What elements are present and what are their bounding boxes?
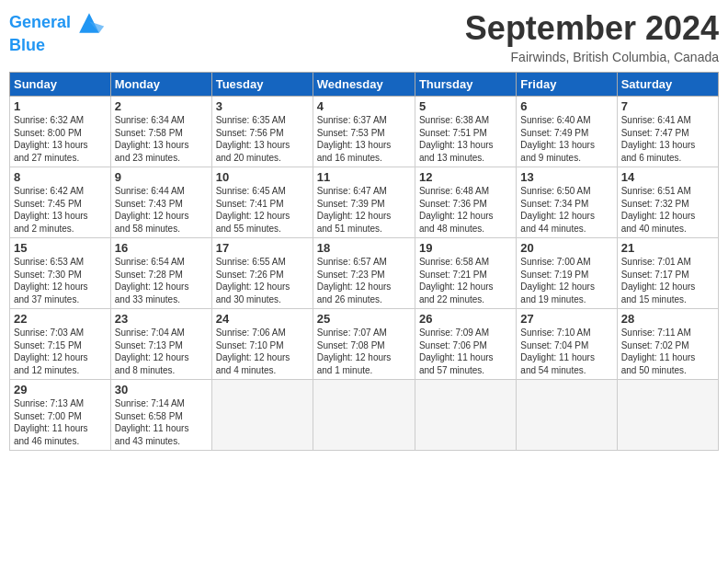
weekday-header-thursday: Thursday — [415, 73, 516, 97]
day-info: Sunrise: 7:04 AM Sunset: 7:13 PM Dayligh… — [115, 327, 208, 376]
day-number: 29 — [14, 383, 107, 396]
day-cell-15: 15Sunrise: 6:53 AM Sunset: 7:30 PM Dayli… — [10, 238, 111, 309]
day-number: 21 — [621, 241, 714, 255]
day-cell-24: 24Sunrise: 7:06 AM Sunset: 7:10 PM Dayli… — [211, 309, 313, 380]
day-cell-19: 19Sunrise: 6:58 AM Sunset: 7:21 PM Dayli… — [415, 238, 516, 309]
empty-cell — [517, 380, 617, 451]
day-info: Sunrise: 6:41 AM Sunset: 7:47 PM Dayligh… — [621, 114, 714, 164]
month-title: September 2024 — [465, 9, 719, 48]
title-block: September 2024 Fairwinds, British Columb… — [465, 9, 719, 64]
day-cell-7: 7Sunrise: 6:41 AM Sunset: 7:47 PM Daylig… — [617, 97, 718, 167]
logo-blue: Blue — [9, 37, 106, 55]
day-cell-2: 2Sunrise: 6:34 AM Sunset: 7:58 PM Daylig… — [110, 97, 211, 167]
calendar-table: SundayMondayTuesdayWednesdayThursdayFrid… — [9, 72, 719, 451]
empty-cell — [211, 380, 313, 451]
day-number: 25 — [317, 312, 411, 326]
day-number: 19 — [419, 241, 512, 255]
day-number: 20 — [520, 241, 612, 255]
day-cell-1: 1Sunrise: 6:32 AM Sunset: 8:00 PM Daylig… — [10, 97, 111, 167]
day-number: 17 — [216, 241, 309, 255]
day-cell-17: 17Sunrise: 6:55 AM Sunset: 7:26 PM Dayli… — [211, 238, 313, 309]
day-info: Sunrise: 6:42 AM Sunset: 7:45 PM Dayligh… — [14, 185, 107, 235]
day-number: 15 — [14, 241, 107, 255]
day-info: Sunrise: 7:03 AM Sunset: 7:15 PM Dayligh… — [14, 327, 107, 376]
day-info: Sunrise: 6:35 AM Sunset: 7:56 PM Dayligh… — [216, 114, 309, 164]
day-info: Sunrise: 6:38 AM Sunset: 7:51 PM Dayligh… — [419, 114, 512, 164]
day-cell-27: 27Sunrise: 7:10 AM Sunset: 7:04 PM Dayli… — [517, 309, 617, 380]
day-number: 7 — [621, 99, 714, 113]
day-info: Sunrise: 6:37 AM Sunset: 7:53 PM Dayligh… — [317, 114, 411, 164]
day-cell-22: 22Sunrise: 7:03 AM Sunset: 7:15 PM Dayli… — [10, 309, 111, 380]
day-info: Sunrise: 6:48 AM Sunset: 7:36 PM Dayligh… — [419, 185, 512, 235]
day-cell-25: 25Sunrise: 7:07 AM Sunset: 7:08 PM Dayli… — [313, 309, 415, 380]
calendar-week-5: 29Sunrise: 7:13 AM Sunset: 7:00 PM Dayli… — [10, 380, 719, 451]
calendar-week-4: 22Sunrise: 7:03 AM Sunset: 7:15 PM Dayli… — [10, 309, 719, 380]
empty-cell — [313, 380, 415, 451]
day-info: Sunrise: 6:40 AM Sunset: 7:49 PM Dayligh… — [520, 114, 612, 164]
empty-cell — [415, 380, 516, 451]
day-info: Sunrise: 6:54 AM Sunset: 7:28 PM Dayligh… — [115, 256, 208, 305]
day-number: 13 — [520, 170, 612, 184]
day-cell-29: 29Sunrise: 7:13 AM Sunset: 7:00 PM Dayli… — [10, 380, 111, 451]
day-number: 10 — [216, 170, 309, 184]
logo: General Blue — [9, 9, 106, 55]
day-number: 27 — [520, 312, 612, 326]
day-cell-13: 13Sunrise: 6:50 AM Sunset: 7:34 PM Dayli… — [517, 167, 617, 238]
day-number: 2 — [115, 99, 208, 113]
day-number: 22 — [14, 312, 107, 326]
weekday-header-saturday: Saturday — [617, 73, 718, 97]
day-number: 6 — [520, 99, 612, 113]
day-number: 18 — [317, 241, 411, 255]
day-cell-20: 20Sunrise: 7:00 AM Sunset: 7:19 PM Dayli… — [517, 238, 617, 309]
calendar-week-2: 8Sunrise: 6:42 AM Sunset: 7:45 PM Daylig… — [10, 167, 719, 238]
day-cell-16: 16Sunrise: 6:54 AM Sunset: 7:28 PM Dayli… — [110, 238, 211, 309]
day-cell-9: 9Sunrise: 6:44 AM Sunset: 7:43 PM Daylig… — [110, 167, 211, 238]
day-info: Sunrise: 6:53 AM Sunset: 7:30 PM Dayligh… — [14, 256, 107, 305]
day-info: Sunrise: 7:09 AM Sunset: 7:06 PM Dayligh… — [419, 327, 512, 376]
day-info: Sunrise: 7:07 AM Sunset: 7:08 PM Dayligh… — [317, 327, 411, 376]
day-cell-12: 12Sunrise: 6:48 AM Sunset: 7:36 PM Dayli… — [415, 167, 516, 238]
day-number: 28 — [621, 312, 714, 326]
day-cell-18: 18Sunrise: 6:57 AM Sunset: 7:23 PM Dayli… — [313, 238, 415, 309]
day-number: 14 — [621, 170, 714, 184]
logo-text: General — [9, 14, 71, 32]
day-info: Sunrise: 6:32 AM Sunset: 8:00 PM Dayligh… — [14, 114, 107, 164]
day-cell-30: 30Sunrise: 7:14 AM Sunset: 6:58 PM Dayli… — [110, 380, 211, 451]
day-cell-3: 3Sunrise: 6:35 AM Sunset: 7:56 PM Daylig… — [211, 97, 313, 167]
day-number: 30 — [115, 383, 208, 396]
day-info: Sunrise: 6:55 AM Sunset: 7:26 PM Dayligh… — [216, 256, 309, 305]
day-cell-4: 4Sunrise: 6:37 AM Sunset: 7:53 PM Daylig… — [313, 97, 415, 167]
day-cell-8: 8Sunrise: 6:42 AM Sunset: 7:45 PM Daylig… — [10, 167, 111, 238]
day-number: 4 — [317, 99, 411, 113]
calendar-week-1: 1Sunrise: 6:32 AM Sunset: 8:00 PM Daylig… — [10, 97, 719, 167]
day-number: 3 — [216, 99, 309, 113]
day-number: 9 — [115, 170, 208, 184]
day-cell-6: 6Sunrise: 6:40 AM Sunset: 7:49 PM Daylig… — [517, 97, 617, 167]
day-cell-23: 23Sunrise: 7:04 AM Sunset: 7:13 PM Dayli… — [110, 309, 211, 380]
day-cell-26: 26Sunrise: 7:09 AM Sunset: 7:06 PM Dayli… — [415, 309, 516, 380]
day-info: Sunrise: 7:01 AM Sunset: 7:17 PM Dayligh… — [621, 256, 714, 305]
day-info: Sunrise: 6:50 AM Sunset: 7:34 PM Dayligh… — [520, 185, 612, 235]
day-info: Sunrise: 7:06 AM Sunset: 7:10 PM Dayligh… — [216, 327, 309, 376]
day-number: 24 — [216, 312, 309, 326]
weekday-header-row: SundayMondayTuesdayWednesdayThursdayFrid… — [10, 73, 719, 97]
day-info: Sunrise: 7:10 AM Sunset: 7:04 PM Dayligh… — [520, 327, 612, 376]
day-number: 8 — [14, 170, 107, 184]
day-info: Sunrise: 6:34 AM Sunset: 7:58 PM Dayligh… — [115, 114, 208, 164]
day-cell-21: 21Sunrise: 7:01 AM Sunset: 7:17 PM Dayli… — [617, 238, 718, 309]
day-cell-5: 5Sunrise: 6:38 AM Sunset: 7:51 PM Daylig… — [415, 97, 516, 167]
day-info: Sunrise: 6:44 AM Sunset: 7:43 PM Dayligh… — [115, 185, 208, 235]
day-info: Sunrise: 6:57 AM Sunset: 7:23 PM Dayligh… — [317, 256, 411, 305]
empty-cell — [617, 380, 718, 451]
day-cell-28: 28Sunrise: 7:11 AM Sunset: 7:02 PM Dayli… — [617, 309, 718, 380]
weekday-header-wednesday: Wednesday — [313, 73, 415, 97]
day-number: 11 — [317, 170, 411, 184]
day-cell-10: 10Sunrise: 6:45 AM Sunset: 7:41 PM Dayli… — [211, 167, 313, 238]
day-number: 5 — [419, 99, 512, 113]
day-number: 16 — [115, 241, 208, 255]
logo-icon — [73, 9, 106, 37]
day-number: 1 — [14, 99, 107, 113]
weekday-header-monday: Monday — [110, 73, 211, 97]
calendar-week-3: 15Sunrise: 6:53 AM Sunset: 7:30 PM Dayli… — [10, 238, 719, 309]
day-info: Sunrise: 7:13 AM Sunset: 7:00 PM Dayligh… — [14, 397, 107, 447]
